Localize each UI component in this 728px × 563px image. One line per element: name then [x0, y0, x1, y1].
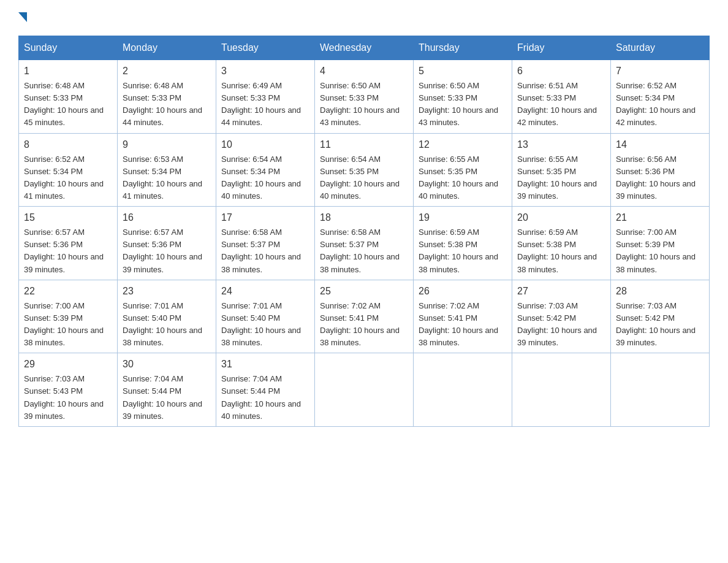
day-number: 17 — [221, 210, 309, 225]
day-info: Sunrise: 6:59 AMSunset: 5:38 PMDaylight:… — [419, 228, 498, 274]
calendar-day-cell: 19Sunrise: 6:59 AMSunset: 5:38 PMDayligh… — [414, 207, 512, 280]
weekday-header-wednesday: Wednesday — [315, 36, 414, 60]
calendar-day-cell: 7Sunrise: 6:52 AMSunset: 5:34 PMDaylight… — [611, 60, 710, 134]
calendar-week-row: 15Sunrise: 6:57 AMSunset: 5:36 PMDayligh… — [19, 207, 710, 280]
day-info: Sunrise: 6:58 AMSunset: 5:37 PMDaylight:… — [221, 228, 301, 274]
day-info: Sunrise: 6:49 AMSunset: 5:33 PMDaylight:… — [221, 81, 301, 127]
logo-arrow-icon — [18, 12, 27, 22]
day-info: Sunrise: 7:00 AMSunset: 5:39 PMDaylight:… — [616, 228, 696, 274]
calendar-day-cell: 17Sunrise: 6:58 AMSunset: 5:37 PMDayligh… — [216, 207, 315, 280]
day-info: Sunrise: 7:02 AMSunset: 5:41 PMDaylight:… — [320, 301, 400, 347]
calendar-day-cell: 11Sunrise: 6:54 AMSunset: 5:35 PMDayligh… — [315, 133, 414, 207]
day-number: 8 — [24, 137, 112, 152]
day-number: 7 — [616, 64, 704, 79]
day-info: Sunrise: 6:48 AMSunset: 5:33 PMDaylight:… — [24, 81, 104, 127]
calendar-day-cell: 29Sunrise: 7:03 AMSunset: 5:43 PMDayligh… — [19, 353, 118, 427]
day-info: Sunrise: 6:59 AMSunset: 5:38 PMDaylight:… — [517, 228, 597, 274]
calendar-day-cell — [414, 353, 512, 427]
calendar-week-row: 1Sunrise: 6:48 AMSunset: 5:33 PMDaylight… — [19, 60, 710, 134]
calendar-week-row: 8Sunrise: 6:52 AMSunset: 5:34 PMDaylight… — [19, 133, 710, 207]
day-info: Sunrise: 6:52 AMSunset: 5:34 PMDaylight:… — [24, 155, 104, 201]
day-number: 6 — [517, 64, 605, 79]
calendar-day-cell: 8Sunrise: 6:52 AMSunset: 5:34 PMDaylight… — [19, 133, 118, 207]
day-info: Sunrise: 7:04 AMSunset: 5:44 PMDaylight:… — [123, 374, 202, 420]
calendar-day-cell: 5Sunrise: 6:50 AMSunset: 5:33 PMDaylight… — [414, 60, 512, 134]
weekday-header-saturday: Saturday — [611, 36, 710, 60]
calendar-day-cell: 2Sunrise: 6:48 AMSunset: 5:33 PMDaylight… — [118, 60, 216, 134]
day-info: Sunrise: 7:02 AMSunset: 5:41 PMDaylight:… — [419, 301, 498, 347]
calendar-day-cell: 15Sunrise: 6:57 AMSunset: 5:36 PMDayligh… — [19, 207, 118, 280]
calendar-day-cell: 4Sunrise: 6:50 AMSunset: 5:33 PMDaylight… — [315, 60, 414, 134]
calendar-day-cell: 28Sunrise: 7:03 AMSunset: 5:42 PMDayligh… — [611, 280, 710, 353]
calendar-day-cell: 20Sunrise: 6:59 AMSunset: 5:38 PMDayligh… — [512, 207, 611, 280]
calendar-day-cell — [315, 353, 414, 427]
day-info: Sunrise: 6:58 AMSunset: 5:37 PMDaylight:… — [320, 228, 400, 274]
day-number: 27 — [517, 284, 605, 299]
calendar-day-cell: 25Sunrise: 7:02 AMSunset: 5:41 PMDayligh… — [315, 280, 414, 353]
calendar-day-cell: 16Sunrise: 6:57 AMSunset: 5:36 PMDayligh… — [118, 207, 216, 280]
calendar-day-cell: 13Sunrise: 6:55 AMSunset: 5:35 PMDayligh… — [512, 133, 611, 207]
calendar-day-cell: 10Sunrise: 6:54 AMSunset: 5:34 PMDayligh… — [216, 133, 315, 207]
logo-blue-part — [18, 12, 27, 23]
calendar-day-cell: 3Sunrise: 6:49 AMSunset: 5:33 PMDaylight… — [216, 60, 315, 134]
day-number: 24 — [221, 284, 309, 299]
calendar-table: SundayMondayTuesdayWednesdayThursdayFrid… — [18, 36, 710, 427]
day-number: 1 — [24, 64, 112, 79]
day-info: Sunrise: 7:04 AMSunset: 5:44 PMDaylight:… — [221, 374, 301, 420]
calendar-week-row: 29Sunrise: 7:03 AMSunset: 5:43 PMDayligh… — [19, 353, 710, 427]
day-number: 2 — [123, 64, 211, 79]
day-info: Sunrise: 7:03 AMSunset: 5:42 PMDaylight:… — [517, 301, 597, 347]
calendar-day-cell: 21Sunrise: 7:00 AMSunset: 5:39 PMDayligh… — [611, 207, 710, 280]
day-number: 15 — [24, 210, 112, 225]
logo — [18, 12, 27, 23]
day-number: 10 — [221, 137, 309, 152]
day-info: Sunrise: 6:56 AMSunset: 5:36 PMDaylight:… — [616, 155, 696, 201]
day-number: 14 — [616, 137, 704, 152]
day-number: 21 — [616, 210, 704, 225]
calendar-day-cell: 24Sunrise: 7:01 AMSunset: 5:40 PMDayligh… — [216, 280, 315, 353]
page-header — [18, 12, 710, 23]
day-number: 31 — [221, 357, 309, 372]
weekday-header-tuesday: Tuesday — [216, 36, 315, 60]
day-number: 29 — [24, 357, 112, 372]
weekday-header-friday: Friday — [512, 36, 611, 60]
calendar-week-row: 22Sunrise: 7:00 AMSunset: 5:39 PMDayligh… — [19, 280, 710, 353]
day-number: 4 — [320, 64, 408, 79]
calendar-day-cell: 1Sunrise: 6:48 AMSunset: 5:33 PMDaylight… — [19, 60, 118, 134]
day-number: 11 — [320, 137, 408, 152]
calendar-day-cell — [611, 353, 710, 427]
day-info: Sunrise: 6:51 AMSunset: 5:33 PMDaylight:… — [517, 81, 597, 127]
day-number: 18 — [320, 210, 408, 225]
calendar-day-cell: 6Sunrise: 6:51 AMSunset: 5:33 PMDaylight… — [512, 60, 611, 134]
day-number: 3 — [221, 64, 309, 79]
day-number: 13 — [517, 137, 605, 152]
calendar-day-cell: 23Sunrise: 7:01 AMSunset: 5:40 PMDayligh… — [118, 280, 216, 353]
weekday-header-monday: Monday — [118, 36, 216, 60]
day-number: 20 — [517, 210, 605, 225]
day-info: Sunrise: 7:01 AMSunset: 5:40 PMDaylight:… — [123, 301, 202, 347]
calendar-day-cell: 18Sunrise: 6:58 AMSunset: 5:37 PMDayligh… — [315, 207, 414, 280]
day-number: 12 — [419, 137, 507, 152]
day-number: 22 — [24, 284, 112, 299]
day-number: 16 — [123, 210, 211, 225]
day-info: Sunrise: 6:57 AMSunset: 5:36 PMDaylight:… — [123, 228, 202, 274]
day-info: Sunrise: 6:55 AMSunset: 5:35 PMDaylight:… — [517, 155, 597, 201]
day-info: Sunrise: 7:03 AMSunset: 5:42 PMDaylight:… — [616, 301, 696, 347]
day-info: Sunrise: 6:55 AMSunset: 5:35 PMDaylight:… — [419, 155, 498, 201]
calendar-day-cell: 30Sunrise: 7:04 AMSunset: 5:44 PMDayligh… — [118, 353, 216, 427]
day-info: Sunrise: 6:52 AMSunset: 5:34 PMDaylight:… — [616, 81, 696, 127]
day-number: 28 — [616, 284, 704, 299]
calendar-day-cell: 27Sunrise: 7:03 AMSunset: 5:42 PMDayligh… — [512, 280, 611, 353]
calendar-day-cell: 14Sunrise: 6:56 AMSunset: 5:36 PMDayligh… — [611, 133, 710, 207]
day-info: Sunrise: 7:00 AMSunset: 5:39 PMDaylight:… — [24, 301, 104, 347]
day-info: Sunrise: 6:48 AMSunset: 5:33 PMDaylight:… — [123, 81, 202, 127]
calendar-day-cell: 22Sunrise: 7:00 AMSunset: 5:39 PMDayligh… — [19, 280, 118, 353]
calendar-day-cell: 26Sunrise: 7:02 AMSunset: 5:41 PMDayligh… — [414, 280, 512, 353]
day-info: Sunrise: 6:54 AMSunset: 5:35 PMDaylight:… — [320, 155, 400, 201]
day-info: Sunrise: 6:50 AMSunset: 5:33 PMDaylight:… — [419, 81, 498, 127]
day-number: 25 — [320, 284, 408, 299]
day-number: 9 — [123, 137, 211, 152]
day-number: 5 — [419, 64, 507, 79]
day-info: Sunrise: 6:54 AMSunset: 5:34 PMDaylight:… — [221, 155, 301, 201]
weekday-header-row: SundayMondayTuesdayWednesdayThursdayFrid… — [19, 36, 710, 60]
